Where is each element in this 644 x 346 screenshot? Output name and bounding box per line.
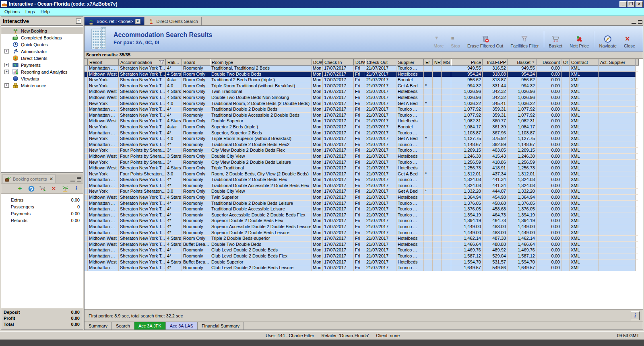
result-row[interactable]: Manhattan ...Sheraton New York T...4*Roo… — [85, 201, 636, 207]
refresh-button[interactable] — [28, 185, 35, 192]
result-row[interactable]: Midtown WestSheraton New York T...4 Star… — [85, 89, 636, 95]
column-header-contract[interactable]: Contract — [570, 59, 599, 66]
booking-contents-close-icon[interactable]: ✕ — [49, 176, 53, 182]
expand-icon[interactable]: + — [4, 49, 9, 54]
column-header-accommodation[interactable]: Accommodation — [119, 59, 166, 66]
column-header-dow[interactable]: DOW — [354, 59, 365, 66]
add-button[interactable]: + — [17, 185, 24, 192]
column-header-basket[interactable]: Basket▼ — [508, 59, 537, 66]
column-header-board[interactable]: Board — [182, 59, 210, 66]
column-header-resort[interactable]: Resort — [88, 59, 119, 66]
booking-contents-tab[interactable]: Booking contents ✕ — [2, 175, 56, 183]
expand-icon[interactable]: + — [4, 83, 9, 88]
palm-button[interactable] — [62, 185, 69, 192]
expand-icon[interactable]: + — [4, 63, 9, 67]
sidebar-item-quick-quotes[interactable]: Quick Quotes — [1, 41, 83, 48]
column-header-ms[interactable]: MS — [442, 59, 451, 66]
column-header-act-supplier[interactable]: Act. Supplier — [599, 59, 636, 66]
column-header-of[interactable]: Of — [561, 59, 570, 66]
info-button[interactable]: i — [631, 311, 640, 320]
result-row[interactable]: Manhattan ...Sheraton New York T...4*Roo… — [85, 206, 636, 212]
result-row[interactable]: Manhattan ...Sheraton New York T...4*Roo… — [85, 224, 636, 230]
result-row[interactable]: Manhattan ...Sheraton New York T...4*Roo… — [85, 218, 636, 224]
column-header-nr[interactable]: NR — [433, 59, 442, 66]
close-button[interactable]: ×Close — [620, 35, 639, 48]
bottom-tab-acc-3a-jfk[interactable]: Acc 3A JFK — [134, 322, 166, 330]
result-row[interactable]: New YorkSheraton New York T...4starRoom … — [85, 124, 636, 130]
delete-button[interactable]: ✕ — [50, 185, 58, 192]
bottom-tab-summary[interactable]: Summary — [85, 322, 112, 330]
main-panel-maximize-icon[interactable] — [638, 20, 642, 24]
result-row[interactable]: New YorkFour Points Sheraton...3.0Room O… — [85, 189, 636, 195]
tab-direct-clients-search[interactable]: Direct Clients Search — [144, 17, 202, 25]
main-panel-minimize-icon[interactable] — [632, 20, 636, 24]
result-row[interactable]: Manhattan ...Sheraton New York T...4*Roo… — [85, 177, 636, 183]
result-row[interactable]: Manhattan ...Sheraton New York T...4*Roo… — [85, 212, 636, 218]
result-row[interactable]: Manhattan ...Sheraton New York T...4*Roo… — [85, 230, 636, 236]
menu-help[interactable]: Help — [38, 9, 53, 14]
column-header-supplier[interactable]: Supplier — [396, 59, 424, 66]
menu-options[interactable]: Options — [2, 9, 23, 14]
window-minimize-button[interactable]: _ — [619, 1, 627, 7]
column-header-rati[interactable]: Rati... — [166, 59, 182, 66]
nett-price-button[interactable]: Nett Price — [566, 35, 592, 48]
result-row[interactable]: Midtown WestSheraton New York T...4 Star… — [85, 95, 636, 101]
menu-logs[interactable]: Logs — [23, 9, 38, 14]
result-row[interactable]: Midtown WestSheraton New York T...4 Star… — [85, 242, 636, 248]
result-row[interactable]: Manhattan ...Sheraton New York T...4*Roo… — [85, 107, 636, 113]
column-header-er[interactable]: Er — [424, 59, 433, 66]
result-row[interactable]: Midtown WestSheraton New York T...4 Star… — [85, 72, 636, 78]
result-row[interactable]: Midtown WestSheraton New York T...4 Star… — [85, 165, 636, 171]
sidebar-item-completed-bookings[interactable]: Completed Bookings — [1, 34, 83, 41]
booking-panel-maximize-icon[interactable] — [77, 177, 81, 181]
result-row[interactable]: New YorkFour Points by Shera...3*Roomonl… — [85, 148, 636, 154]
result-row[interactable]: Manhattan ...Sheraton New York T...4*Roo… — [85, 247, 636, 253]
window-restore-button[interactable]: ❐ — [627, 1, 635, 7]
erase-filtered-out-button[interactable]: Erase Filtered Out — [464, 35, 507, 48]
booking-panel-minimize-icon[interactable] — [70, 177, 75, 181]
collapse-panel-button[interactable]: − — [76, 19, 81, 24]
sidebar-item-new-booking[interactable]: New Booking — [1, 27, 83, 34]
result-row[interactable]: New YorkFour Points Sheraton...3.0Room O… — [85, 171, 636, 177]
bottom-tab-search[interactable]: Search — [112, 322, 134, 330]
result-row[interactable]: Midtown WestSheraton New York T...4 Star… — [85, 260, 636, 266]
result-row[interactable]: Manhattan ...Sheraton New York T...4*Roo… — [85, 142, 636, 148]
result-row[interactable]: New YorkSheraton New York T...4starRoom … — [85, 77, 636, 83]
result-row[interactable]: Midtown WestFour Points by Shera...3 Sta… — [85, 154, 636, 160]
column-header-price[interactable]: Price — [451, 59, 483, 66]
result-row[interactable]: New YorkSheraton New York T...4.0Room On… — [85, 101, 636, 107]
basket-button[interactable]: Basket — [545, 35, 566, 48]
navigate-button[interactable]: Navigate — [595, 35, 620, 48]
tab-book-ref-none[interactable]: Book. ref.: <none>× — [84, 17, 144, 25]
result-row[interactable]: Manhattan ...Sheraton New York T...4*Roo… — [85, 66, 636, 72]
column-header-room-type[interactable]: Room type — [210, 59, 312, 66]
sidebar-item-maintenance[interactable]: +Maintenance — [1, 82, 83, 89]
column-header-incl-fl-pp[interactable]: Incl.Fl.PP — [483, 59, 508, 66]
sidebar-item-reporting-and-analytics[interactable]: +Reporting and Analytics — [1, 68, 83, 75]
sidebar-item-payments[interactable]: +$Payments — [1, 62, 83, 68]
result-row[interactable]: New YorkSheraton New York T...4.0Room On… — [85, 83, 636, 89]
column-header-discount[interactable]: Discount — [537, 59, 561, 66]
column-header-check-in[interactable]: Check In — [323, 59, 354, 66]
result-row[interactable]: Midtown WestSheraton New York T...4 Star… — [85, 118, 636, 124]
result-row[interactable]: Midtown WestSheraton New York T...4 Star… — [85, 195, 636, 201]
result-row[interactable]: Midtown WestSheraton New York T...4 Star… — [85, 236, 636, 242]
result-row[interactable]: Manhattan ...Sheraton New York T...4*Roo… — [85, 265, 636, 271]
result-row[interactable]: New YorkFour Points by Shera...3*Roomonl… — [85, 160, 636, 166]
column-header-check-out[interactable]: Check Out — [365, 59, 396, 66]
result-row[interactable]: Manhattan ...Sheraton New York T...4*Roo… — [85, 130, 636, 136]
result-row[interactable]: Manhattan ...Sheraton New York T...4*Roo… — [85, 183, 636, 189]
sidebar-item-administrator[interactable]: +Administrator — [1, 48, 83, 55]
bottom-tab-acc-3a-las[interactable]: Acc 3A LAS — [166, 322, 198, 330]
bottom-tab-financial-summary[interactable]: Financial Summary — [198, 322, 244, 330]
cart-add-button[interactable] — [39, 185, 46, 192]
window-close-button[interactable]: × — [636, 1, 643, 7]
result-row[interactable]: New YorkSheraton New York T...4.0Room On… — [85, 136, 636, 142]
column-header-dow[interactable]: DOW — [312, 59, 323, 66]
expand-icon[interactable]: + — [4, 70, 9, 74]
sidebar-item-direct-clients[interactable]: Direct Clients — [1, 55, 83, 62]
sidebar-item-viewdata[interactable]: Viewdata — [1, 75, 83, 82]
facilities-filter-button[interactable]: Facilities Filter — [507, 35, 542, 48]
result-row[interactable]: Manhattan ...Sheraton New York T...4*Roo… — [85, 113, 636, 119]
tab-close-icon[interactable]: × — [135, 19, 140, 24]
